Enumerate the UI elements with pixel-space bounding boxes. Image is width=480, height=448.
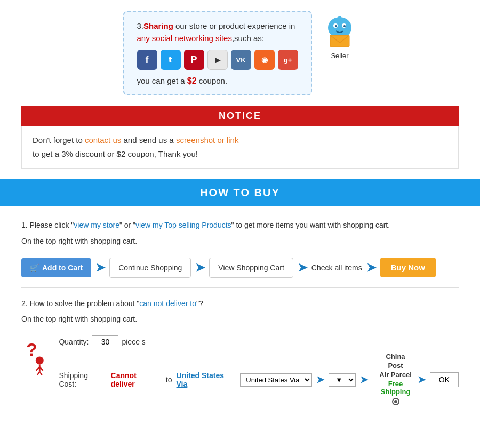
vk-icon[interactable]: VK [231, 50, 251, 70]
svg-text:?: ? [26, 339, 37, 359]
continue-shopping-label: Continue Shopping [118, 263, 182, 272]
sharing-text2: ,such as: [232, 34, 264, 43]
shipping-demo: ? Quantity: piece s Shipping Cost: Canno… [21, 335, 459, 407]
add-to-cart-label: Add to Cart [42, 263, 83, 272]
how-to-buy-header: HOW TO BUY [0, 179, 480, 206]
sharing-step-text: 3.Sharing our store or product experienc… [137, 20, 298, 44]
shipping-row: Shipping Cost: Cannot deliver to United … [59, 353, 459, 407]
svg-point-9 [36, 357, 44, 365]
add-to-cart-button[interactable]: 🛒 Add to Cart [21, 258, 91, 277]
seller-mascot-svg [323, 16, 357, 51]
youtube-icon[interactable]: ▶ [207, 50, 228, 70]
cannot-deliver-text: Cannot deliver [111, 371, 162, 388]
buy-now-button[interactable]: Buy Now [380, 258, 436, 277]
buy-now-label: Buy Now [391, 263, 425, 272]
coupon-suffix: coupon. [197, 76, 228, 85]
notice-header: NOTICE [21, 106, 459, 126]
shipping-arrow1-icon: ➤ [316, 374, 324, 386]
rss-icon[interactable]: ◉ [254, 50, 275, 70]
step1-line2: On the top right with shopping cart. [21, 235, 459, 248]
step2-suffix: "? [196, 299, 203, 308]
step2-text: 2. How to solve the problem about "can n… [21, 298, 459, 310]
sharing-word: Sharing [143, 21, 173, 30]
contact-us-link[interactable]: contact us [85, 135, 121, 145]
svg-line-14 [39, 372, 42, 376]
shipping-arrow2-icon: ➤ [360, 374, 368, 386]
step1-middle: " or " [119, 221, 135, 229]
notice-text2: and send us a [121, 135, 176, 145]
step1-suffix: " to get more items you want with shoppi… [231, 221, 390, 229]
svg-line-13 [37, 372, 40, 376]
arrow3-icon: ➤ [298, 261, 307, 275]
googleplus-icon[interactable]: g+ [278, 50, 298, 70]
step1-prefix: 1. Please click " [21, 221, 74, 229]
coupon-price: $2 [187, 76, 197, 85]
step2-prefix: 2. How to solve the problem about " [21, 299, 139, 308]
china-post-box: China PostAir Parcel FreeShipping [378, 353, 413, 407]
pinterest-icon[interactable]: P [184, 50, 204, 70]
coupon-text: you can get a $2 coupon. [137, 76, 298, 86]
seller-label: Seller [331, 52, 348, 60]
how-to-buy-body: 1. Please click "view my store" or "view… [0, 206, 480, 420]
to-label: to [166, 375, 172, 384]
destination-text: United States Via [177, 371, 236, 388]
sharing-box: 3.Sharing our store or product experienc… [123, 11, 312, 95]
quantity-label: Quantity: [59, 338, 89, 346]
screenshot-link[interactable]: screenshot or link [176, 135, 239, 145]
svg-point-3 [335, 25, 337, 27]
seller-mascot: Seller [323, 16, 357, 60]
ok-button[interactable]: OK [430, 372, 459, 387]
question-figure: ? [21, 335, 50, 375]
facebook-icon[interactable]: f [137, 50, 157, 70]
sharing-section: 3.Sharing our store or product experienc… [0, 0, 480, 106]
cart-icon: 🛒 [30, 263, 39, 272]
radio-selected-icon[interactable] [392, 398, 399, 405]
coupon-prefix: you can get a [137, 76, 187, 85]
shipping-arrow3-icon: ➤ [418, 374, 426, 386]
shopping-flow: 🛒 Add to Cart ➤ Continue Shopping ➤ View… [21, 258, 459, 278]
notice-text3: to get a 3% discount or $2 coupon, Thank… [33, 149, 198, 158]
free-shipping-text: FreeShipping [378, 380, 413, 396]
sharing-text1: our store or product experience in [173, 21, 295, 30]
arrow1-icon: ➤ [95, 261, 105, 275]
shipping-form: Quantity: piece s Shipping Cost: Cannot … [59, 335, 459, 407]
check-items-label: Check all items [311, 263, 362, 272]
step-number: 3. [137, 21, 144, 30]
shipping-cost-label: Shipping Cost: [59, 371, 106, 388]
notice-body: Don't forget to contact us and send us a… [21, 126, 459, 169]
divider [21, 287, 459, 288]
continue-shopping-button[interactable]: Continue Shopping [109, 258, 191, 278]
piece-label: piece s [122, 338, 145, 346]
arrow4-icon: ➤ [366, 261, 376, 275]
notice-text1: Don't forget to [33, 135, 85, 145]
china-post-title: China PostAir Parcel [378, 353, 413, 380]
quantity-input[interactable] [92, 335, 118, 348]
step2-line2: On the top right with shopping cart. [21, 313, 459, 326]
quantity-row: Quantity: piece s [59, 335, 459, 348]
notice-section: NOTICE Don't forget to contact us and se… [0, 106, 480, 179]
view-products-link[interactable]: view my Top selling Products [135, 221, 231, 229]
view-cart-button[interactable]: View Shopping Cart [209, 258, 293, 278]
destination-dropdown[interactable]: United States Via [240, 373, 312, 387]
view-cart-label: View Shopping Cart [218, 263, 284, 272]
shipping-method-dropdown[interactable]: ▼ [329, 373, 356, 387]
twitter-icon[interactable]: 𝕥 [161, 50, 181, 70]
ok-label: OK [439, 375, 450, 384]
social-text: any social networking sites [137, 34, 232, 43]
step1-text: 1. Please click "view my store" or "view… [21, 219, 459, 232]
svg-point-4 [343, 25, 346, 27]
social-icons-row: f 𝕥 P ▶ VK ◉ g+ [137, 50, 298, 70]
cannot-deliver-link[interactable]: can not deliver to [139, 299, 196, 308]
view-store-link[interactable]: view my store [74, 221, 119, 229]
arrow2-icon: ➤ [195, 261, 205, 275]
